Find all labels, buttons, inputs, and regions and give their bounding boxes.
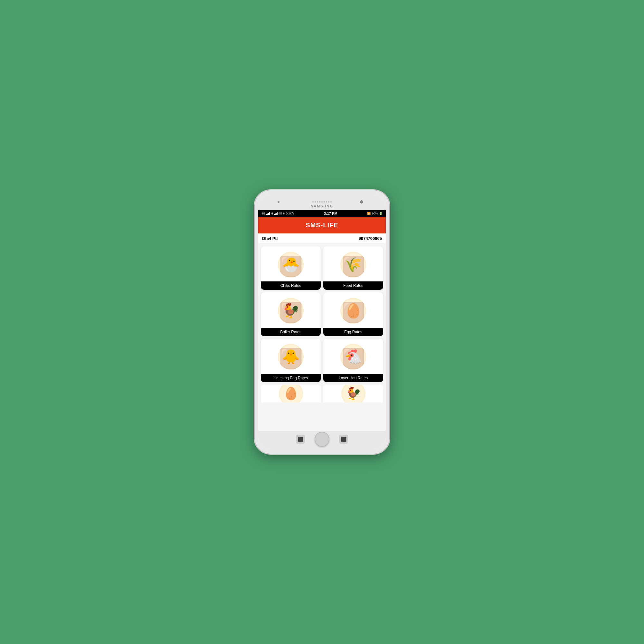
battery-percent: 90% — [372, 212, 378, 215]
brand-label: SAMSUNG — [311, 204, 333, 208]
card-icon-hatching-egg-rates: 🐥 — [278, 344, 304, 370]
partial-icon-1: 🐓 — [341, 385, 365, 403]
app-header: SMS-LIFE — [258, 217, 386, 233]
user-info-bar: Dhvl Ptl 9974700665 — [258, 233, 386, 244]
wifi-icon: 📶 — [367, 212, 371, 215]
back-button[interactable]: ⬛ — [296, 435, 305, 444]
speaker — [312, 201, 332, 203]
user-name: Dhvl Ptl — [262, 236, 278, 241]
data-speed: 4G H 0.2K/s — [279, 212, 294, 215]
card-emoji-layer-hen-rates: 🐔 — [345, 348, 362, 365]
card-image-boiler-rates: 🐓 — [261, 292, 321, 327]
phone-bottom-hardware: ⬛ ⬛ — [258, 431, 386, 450]
card-label-feed-rates: Feed Rates — [323, 281, 383, 290]
phone-screen: 4G H 4G H 0.2K/s — [258, 210, 386, 431]
card-label-egg-rates: Egg Rates — [323, 328, 383, 336]
partial-icon-0: 🥚 — [279, 385, 303, 403]
status-time: 3:17 PM — [324, 212, 337, 215]
card-emoji-chiks-rates: 🐣 — [282, 256, 300, 273]
phone-top-hardware: SAMSUNG — [258, 194, 386, 210]
recent-apps-button[interactable]: ⬛ — [339, 435, 348, 444]
card-emoji-feed-rates: 🌾 — [345, 256, 362, 273]
card-image-chiks-rates: 🐣 — [261, 246, 321, 281]
partial-row: 🥚🐓 — [261, 385, 383, 403]
card-layer-hen-rates[interactable]: 🐔 Layer Hen Rates — [323, 339, 383, 382]
battery-icon: 🔋 — [379, 212, 383, 215]
card-hatching-egg-rates[interactable]: 🐥 Hatching Egg Rates — [261, 339, 321, 382]
card-image-egg-rates: 🥚 — [323, 292, 383, 327]
network-indicator: 4G — [261, 212, 265, 215]
card-icon-layer-hen-rates: 🐔 — [340, 344, 366, 370]
card-icon-chiks-rates: 🐣 — [278, 252, 304, 278]
status-right: 📶 90% 🔋 — [367, 212, 383, 215]
card-icon-egg-rates: 🥚 — [340, 298, 366, 324]
card-label-chiks-rates: Chiks Rates — [261, 281, 321, 290]
card-icon-feed-rates: 🌾 — [340, 252, 366, 278]
front-camera — [360, 200, 363, 204]
card-label-boiler-rates: Boiler Rates — [261, 328, 321, 336]
phone-device: SAMSUNG 4G H — [254, 190, 390, 454]
menu-grid: 🐣 Chiks Rates 🌾 Feed Rates 🐓 Boiler Rate… — [258, 244, 386, 431]
card-label-layer-hen-rates: Layer Hen Rates — [323, 374, 383, 382]
card-emoji-egg-rates: 🥚 — [345, 302, 362, 319]
home-button[interactable] — [315, 432, 329, 447]
signal-bars — [266, 212, 270, 215]
card-image-feed-rates: 🌾 — [323, 246, 383, 281]
partial-card-1[interactable]: 🐓 — [323, 385, 383, 403]
card-image-hatching-egg-rates: 🐥 — [261, 339, 321, 374]
partial-card-0[interactable]: 🥚 — [261, 385, 321, 403]
status-bar: 4G H 4G H 0.2K/s — [258, 210, 386, 217]
card-image-layer-hen-rates: 🐔 — [323, 339, 383, 374]
card-emoji-hatching-egg-rates: 🐥 — [282, 348, 300, 365]
card-emoji-boiler-rates: 🐓 — [282, 302, 300, 319]
signal-bars-2 — [274, 212, 278, 215]
card-icon-boiler-rates: 🐓 — [278, 298, 304, 324]
app-title: SMS-LIFE — [306, 222, 338, 229]
h-indicator: H — [271, 212, 273, 215]
card-boiler-rates[interactable]: 🐓 Boiler Rates — [261, 292, 321, 336]
card-chiks-rates[interactable]: 🐣 Chiks Rates — [261, 246, 321, 290]
card-egg-rates[interactable]: 🥚 Egg Rates — [323, 292, 383, 336]
card-label-hatching-egg-rates: Hatching Egg Rates — [261, 374, 321, 382]
card-feed-rates[interactable]: 🌾 Feed Rates — [323, 246, 383, 290]
status-left: 4G H 4G H 0.2K/s — [261, 212, 294, 215]
user-phone: 9974700665 — [359, 236, 382, 241]
